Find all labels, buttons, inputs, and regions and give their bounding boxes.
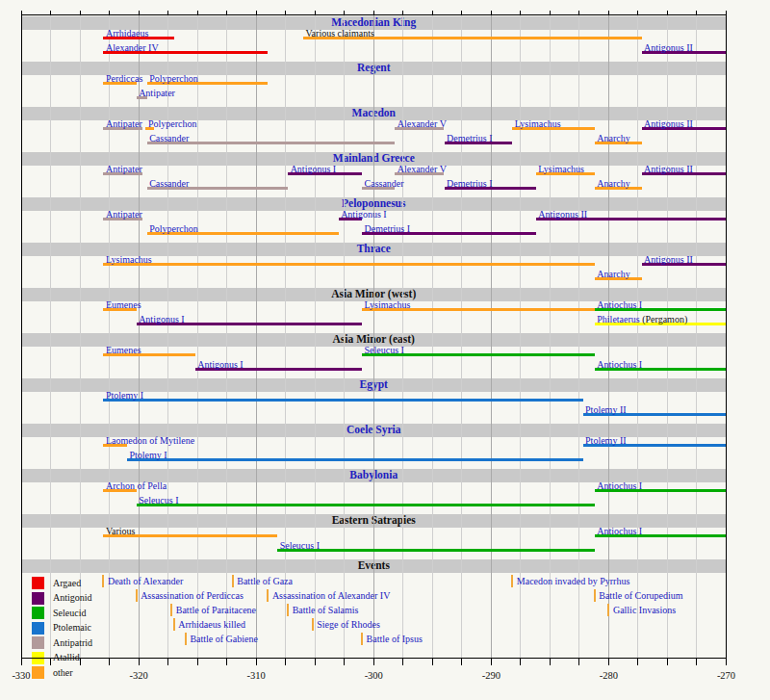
ruler-label-cassander[interactable]: Cassander <box>149 178 189 189</box>
gridline-minor <box>550 14 551 658</box>
event-label-battle-of-gaza[interactable]: Battle of Gaza <box>237 576 293 587</box>
ruler-label-lysimachus[interactable]: Lysimachus <box>106 254 152 265</box>
ruler-label-antigonus-i[interactable]: Antigonus I <box>291 164 337 174</box>
ruler-label-antipater[interactable]: Antipater <box>106 118 142 129</box>
axis-tick-top <box>139 11 140 15</box>
legend-label-seleucid: Seleucid <box>53 608 86 619</box>
gridline-minor <box>667 14 668 658</box>
ruler-label-antigonus-i[interactable]: Antigonus I <box>197 359 244 370</box>
ruler-label-ptolemy-i[interactable]: Ptolemy I <box>129 450 167 460</box>
event-label-gallic-invasions[interactable]: Gallic Invasions <box>613 605 676 616</box>
ruler-label-philetaerus[interactable]: Philetaerus (Pergamon) <box>597 314 687 324</box>
ruler-label-eumenes[interactable]: Eumenes <box>106 345 141 355</box>
event-marker-death-of-alexander <box>102 575 104 587</box>
ruler-label-lysimachus[interactable]: Lysimachus <box>538 164 584 174</box>
ruler-label-antigonus-i[interactable]: Antigonus I <box>341 209 387 220</box>
ruler-label-antiochus-i[interactable]: Antiochus I <box>597 359 642 370</box>
event-label-battle-of-ipsus[interactable]: Battle of Ipsus <box>367 634 423 645</box>
ruler-label-alexander-iv[interactable]: Alexander IV <box>106 42 159 53</box>
gridline-major <box>491 14 492 658</box>
ruler-label-ptolemy-i[interactable]: Ptolemy I <box>106 390 143 401</box>
event-marker-assassination-of-alexander-iv <box>267 589 269 602</box>
ruler-label-various: Various <box>106 526 136 536</box>
event-marker-battle-of-corupedium <box>594 589 596 602</box>
ruler-label-antipater[interactable]: Antipater <box>106 209 142 220</box>
ruler-label-polyperchon[interactable]: Polyperchon <box>149 223 198 234</box>
axis-tick-bottom <box>578 658 579 665</box>
ruler-label-anarchy[interactable]: Anarchy <box>597 178 629 189</box>
event-label-assassination-of-alexander-iv[interactable]: Assassination of Alexander IV <box>272 590 390 602</box>
ruler-label-seleucus-i[interactable]: Seleucus I <box>139 495 178 506</box>
event-label-arrhidaeus-killed[interactable]: Arrhidaeus killed <box>178 619 245 631</box>
ruler-label-cassander[interactable]: Cassander <box>149 133 189 143</box>
ruler-label-seleucus-i[interactable]: Seleucus I <box>280 540 320 551</box>
ruler-label-demetrius-i[interactable]: Demetrius I <box>447 178 493 189</box>
event-label-assassination-of-perdiccas[interactable]: Assassination of Perdiccas <box>141 590 244 602</box>
legend-swatch-antipatrid <box>32 636 44 649</box>
ruler-label-laomedon-of-mytilene[interactable]: Laomedon of Mytilene <box>106 435 194 446</box>
ruler-label-antigonus-ii[interactable]: Antigonus II <box>644 254 693 265</box>
ruler-label-lysimachus[interactable]: Lysimachus <box>515 118 561 129</box>
ruler-label-ptolemy-ii[interactable]: Ptolemy II <box>585 435 627 446</box>
ruler-label-ptolemy-ii[interactable]: Ptolemy II <box>585 404 627 415</box>
gridline-minor <box>637 14 638 658</box>
axis-tick-top <box>167 11 168 15</box>
event-label-battle-of-salamis[interactable]: Battle of Salamis <box>293 605 359 616</box>
ruler-label-demetrius-i[interactable]: Demetrius I <box>447 133 493 143</box>
ruler-label-anarchy[interactable]: Anarchy <box>597 133 629 143</box>
event-marker-battle-of-gaza <box>232 575 234 587</box>
ruler-label-antiochus-i[interactable]: Antiochus I <box>597 526 642 536</box>
axis-tick-bottom <box>226 658 227 665</box>
ruler-label-seleucus-i[interactable]: Seleucus I <box>365 345 404 355</box>
axis-tick-label-330: -330 <box>2 670 40 681</box>
axis-tick-bottom <box>373 658 374 665</box>
event-label-siege-of-rhodes[interactable]: Siege of Rhodes <box>317 619 380 631</box>
ruler-label-antigonus-ii[interactable]: Antigonus II <box>644 164 693 174</box>
axis-tick-top <box>373 11 374 15</box>
gridline-major <box>608 14 609 658</box>
ruler-label-antigonus-ii[interactable]: Antigonus II <box>644 42 693 53</box>
ruler-label-antigonus-ii[interactable]: Antigonus II <box>644 118 693 129</box>
ruler-label-eumenes[interactable]: Eumenes <box>106 299 141 310</box>
axis-tick-top <box>285 11 286 15</box>
ruler-label-antipater[interactable]: Antipater <box>106 164 142 174</box>
event-label-battle-of-corupedium[interactable]: Battle of Corupedium <box>599 590 682 602</box>
ruler-label-polyperchon[interactable]: Polyperchon <box>149 73 198 84</box>
axis-tick-top <box>550 11 551 15</box>
legend-label-argaed: Argaed <box>53 578 81 589</box>
ruler-label-arrhidaeus[interactable]: Arrhidaeus <box>106 28 148 39</box>
ruler-label-antigonus-ii[interactable]: Antigonus II <box>538 209 587 220</box>
axis-tick-bottom <box>491 658 492 665</box>
axis-tick-top <box>726 11 727 15</box>
ruler-label-antiochus-i[interactable]: Antiochus I <box>597 299 642 310</box>
axis-tick-top <box>80 11 81 15</box>
ruler-label-polyperchon[interactable]: Polyperchon <box>148 118 197 129</box>
ruler-label-anarchy[interactable]: Anarchy <box>597 269 629 279</box>
legend-swatch-seleucid <box>32 607 44 619</box>
axis-tick-top <box>21 11 22 15</box>
timeline-bar-seleucus-i <box>137 504 595 506</box>
ruler-label-alexander-v[interactable]: Alexander V <box>398 118 447 129</box>
event-label-death-of-alexander[interactable]: Death of Alexander <box>108 576 183 587</box>
event-label-battle-of-paraitacene[interactable]: Battle of Paraitacene <box>176 605 256 616</box>
axis-tick-top <box>344 11 345 15</box>
event-label-macedon-invaded-by-pyrrhus[interactable]: Macedon invaded by Pyrrhus <box>517 576 629 587</box>
event-label-battle-of-gabiene[interactable]: Battle of Gabiene <box>190 634 258 645</box>
gridline-minor <box>285 14 286 658</box>
ruler-label-alexander-v[interactable]: Alexander V <box>398 164 447 174</box>
axis-tick-label-300: -300 <box>354 670 393 681</box>
ruler-label-antigonus-i[interactable]: Antigonus I <box>139 314 185 324</box>
ruler-label-antipater[interactable]: Antipater <box>139 88 175 98</box>
gridline-minor <box>167 14 168 658</box>
ruler-label-lysimachus[interactable]: Lysimachus <box>365 299 411 310</box>
legend-swatch-argaed <box>32 577 44 589</box>
gridline-minor <box>520 14 521 658</box>
gridline-minor <box>80 14 81 658</box>
ruler-label-cassander[interactable]: Cassander <box>365 178 404 189</box>
ruler-label-demetrius-i[interactable]: Demetrius I <box>365 223 411 234</box>
ruler-label-perdiccas[interactable]: Perdiccas <box>106 73 142 84</box>
ruler-label-archon-of-pella[interactable]: Archon of Pella <box>106 480 167 491</box>
ruler-label-antiochus-i[interactable]: Antiochus I <box>597 480 642 491</box>
axis-tick-top <box>667 11 668 15</box>
axis-tick-top <box>226 11 227 15</box>
